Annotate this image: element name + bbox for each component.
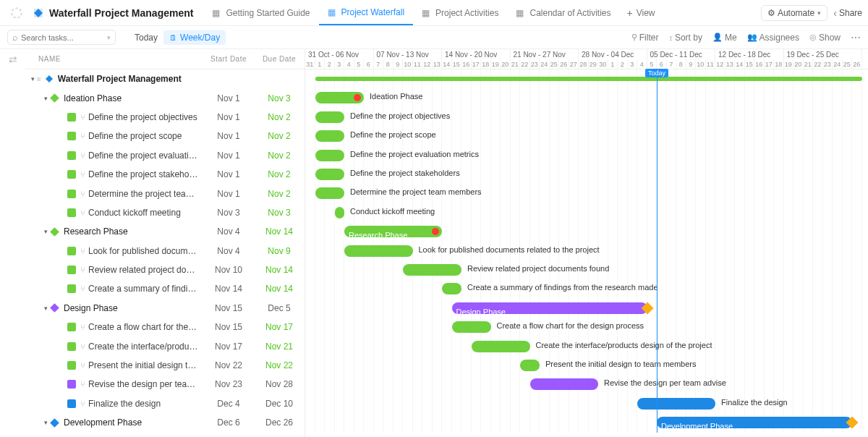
task-status-icon[interactable] (67, 170, 76, 179)
due-date: Dec 5 (254, 303, 305, 313)
sort-by-button[interactable]: ↕Sort by (668, 33, 702, 43)
task-status-icon[interactable] (67, 113, 76, 122)
sort-icon: ↕ (668, 33, 673, 42)
task-row[interactable]: ⑂Present the initial design to t...Nov 2… (25, 356, 305, 375)
gantt-bar-label: Finalize the design (721, 398, 788, 407)
tab-getting-started-guide[interactable]: ▦Getting Started Guide (203, 0, 318, 25)
day-header: 8 (676, 59, 686, 69)
start-date: Nov 14 (203, 284, 254, 294)
gantt-row: Ideation Phase (305, 88, 868, 107)
task-status-icon[interactable] (67, 284, 76, 293)
task-row[interactable]: ▾Design PhaseNov 15Dec 5 (25, 299, 305, 318)
gantt-bar[interactable] (403, 264, 461, 276)
task-row[interactable]: ⑂Revise the design per team a...Nov 23No… (25, 375, 305, 394)
gantt-bar[interactable] (315, 111, 345, 123)
week-day-toggle[interactable]: Week/Day (163, 30, 226, 45)
gantt-bar[interactable] (315, 77, 862, 81)
gantt-bar[interactable] (335, 207, 345, 218)
task-status-icon[interactable] (67, 323, 76, 331)
gantt-bar[interactable] (472, 341, 530, 352)
caret-down-icon[interactable]: ▾ (41, 419, 50, 426)
gantt-bar[interactable]: Research Phase (344, 226, 442, 237)
task-row[interactable]: ▾Development PhaseDec 6Dec 26 (25, 413, 305, 432)
gantt-bar-label: Define the project stakeholders (350, 169, 460, 177)
day-header: 13 (433, 59, 443, 69)
share-button[interactable]: Share (833, 7, 862, 19)
gantt-bar[interactable] (315, 169, 345, 180)
task-status-icon[interactable] (67, 247, 76, 255)
task-row[interactable]: ⑂Define the project evaluation...Nov 1No… (25, 146, 305, 165)
task-row[interactable]: ⑂Look for published documen...Nov 4Nov 9 (25, 242, 305, 260)
caret-down-icon[interactable]: ▾ (28, 75, 37, 82)
show-button[interactable]: ◎Show (809, 33, 841, 43)
task-row[interactable]: ⑂Review related project docu...Nov 10Nov… (25, 260, 305, 279)
gantt-bar[interactable] (344, 245, 413, 257)
gantt-bar-label: Create a flow chart for the design proce… (497, 321, 644, 330)
gantt-row: Finalize the design (305, 394, 868, 413)
collapse-rail-icon[interactable]: ⇄ (9, 54, 17, 437)
task-row[interactable]: ⑂Conduct kickoff meetingNov 3Nov 3 (25, 203, 305, 222)
caret-down-icon[interactable]: ▾ (41, 95, 50, 102)
menu-spinner-icon[interactable] (10, 7, 23, 20)
subtask-icon: ⑂ (80, 247, 85, 255)
task-status-icon[interactable] (67, 151, 76, 160)
task-row[interactable]: ⑂Define the project objectivesNov 1Nov 2 (25, 108, 305, 127)
task-status-icon[interactable] (67, 380, 76, 389)
calendar-icon: ▦ (516, 8, 526, 18)
task-status-icon[interactable] (67, 361, 76, 370)
search-input[interactable] (21, 33, 104, 42)
me-filter-button[interactable]: 👤Me (712, 33, 737, 43)
today-button[interactable]: Today (135, 33, 158, 43)
more-button[interactable]: ⋯ (851, 32, 861, 43)
task-row[interactable]: ⑂Define the project scopeNov 1Nov 2 (25, 127, 305, 145)
task-row[interactable]: ⑂Create a summary of finding...Nov 14Nov… (25, 279, 305, 298)
task-row[interactable]: ▾Ideation PhaseNov 1Nov 3 (25, 88, 305, 107)
day-header: 26 (852, 59, 862, 69)
task-row[interactable]: ⑂Finalize the designDec 4Dec 10 (25, 394, 305, 413)
task-status-icon[interactable] (67, 190, 76, 198)
start-date: Nov 22 (203, 360, 254, 370)
gantt-bar[interactable] (315, 130, 345, 142)
gantt-bar[interactable]: Development Phase (657, 417, 852, 428)
task-status-icon[interactable] (67, 399, 76, 408)
task-status-icon[interactable] (67, 266, 76, 274)
tab-project-activities[interactable]: ▦Project Activities (413, 0, 507, 25)
task-status-icon[interactable] (67, 342, 76, 351)
task-status-icon[interactable] (67, 132, 76, 140)
automate-button[interactable]: ⚙ Automate ▾ (761, 5, 828, 21)
task-row[interactable]: ▾≡Waterfall Project Management (25, 69, 305, 88)
gantt-bar[interactable] (452, 321, 491, 333)
caret-down-icon[interactable]: ▾ (41, 228, 50, 235)
task-row[interactable]: ⑂Define the project stakehold...Nov 1Nov… (25, 165, 305, 184)
task-row[interactable]: ⑂Create a flow chart for the d...Nov 15N… (25, 318, 305, 336)
subtask-icon: ⑂ (80, 323, 85, 331)
task-row[interactable]: ▾Research PhaseNov 4Nov 14 (25, 222, 305, 241)
add-view-button[interactable]: View (620, 7, 663, 19)
gantt-row: Create a flow chart for the design proce… (305, 318, 868, 336)
due-date: Nov 3 (254, 208, 305, 218)
caret-down-icon[interactable]: ▾ (41, 305, 50, 312)
day-header: 17 (765, 59, 775, 69)
gantt-bar[interactable] (442, 283, 461, 294)
week-header: 28 Nov - 04 Dec (579, 49, 647, 59)
search-input-wrap[interactable]: ▾ (7, 30, 116, 45)
task-row[interactable]: ⑂Create the interface/product...Nov 17No… (25, 336, 305, 355)
assignees-button[interactable]: 👥Assignees (747, 33, 799, 43)
task-row[interactable]: ⑂Determine the project team ...Nov 1Nov … (25, 184, 305, 203)
subtask-icon: ⑂ (80, 113, 85, 122)
gantt-bar[interactable] (315, 187, 345, 199)
gantt-bar[interactable] (520, 360, 540, 371)
task-status-icon[interactable] (67, 208, 76, 217)
subtask-icon: ⑂ (80, 380, 85, 389)
gantt-bar[interactable] (315, 150, 345, 161)
due-date: Dec 26 (254, 417, 305, 428)
doc-icon: ▦ (212, 8, 222, 18)
gantt-bar[interactable] (637, 398, 715, 410)
chevron-down-icon[interactable]: ▾ (107, 34, 111, 41)
tab-project-waterfall[interactable]: ▦Project Waterfall (319, 0, 414, 25)
gantt-bar[interactable] (530, 378, 599, 390)
day-header: 12 (715, 59, 726, 69)
gantt-bar[interactable]: Design Phase (452, 302, 647, 314)
tab-calendar-of-activities[interactable]: ▦Calendar of Activities (507, 0, 619, 25)
filter-button[interactable]: ⚲Filter (631, 33, 659, 43)
